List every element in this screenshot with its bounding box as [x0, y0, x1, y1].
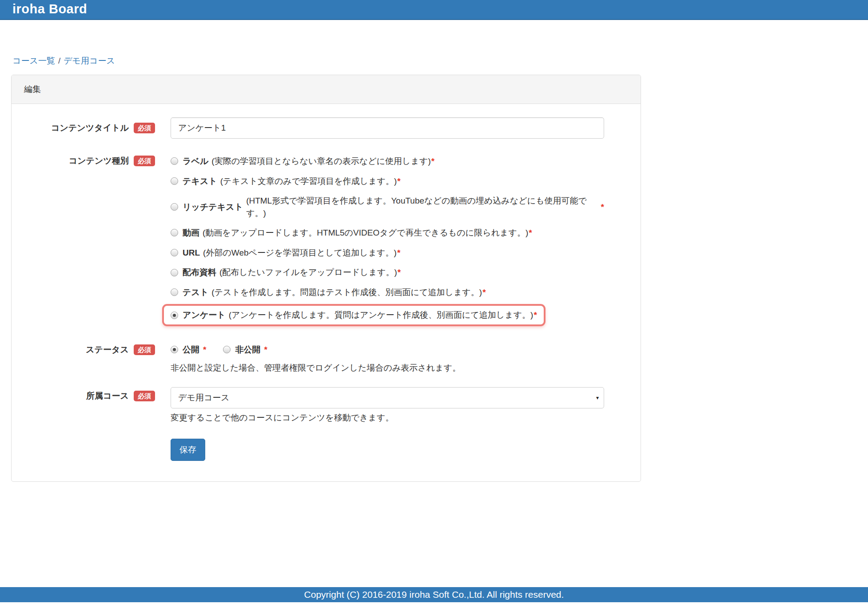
panel-title: 編集: [12, 75, 641, 104]
content-type-option-video[interactable]: 動画 (動画をアップロードします。HTML5のVIDEOタグで再生できるものに限…: [171, 224, 604, 242]
required-badge: 必須: [134, 344, 155, 355]
course-help-text: 変更することで他のコースにコンテンツを移動できます。: [171, 412, 604, 424]
footer-bar: Copyright (C) 2016-2019 iroha Soft Co.,L…: [0, 587, 868, 602]
status-option-private[interactable]: 非公開 *: [223, 344, 267, 356]
chevron-down-icon: ▾: [596, 395, 599, 401]
brand-link[interactable]: iroha Board: [12, 2, 87, 16]
radio-button[interactable]: [171, 203, 178, 211]
required-asterisk: *: [482, 286, 486, 299]
radio-button[interactable]: [223, 346, 231, 353]
radio-button[interactable]: [171, 157, 178, 165]
save-button[interactable]: 保存: [171, 439, 205, 461]
content-type-option-handout[interactable]: 配布資料 (配布したいファイルをアップロードします。) *: [171, 263, 604, 282]
content-type-option-label[interactable]: ラベル (実際の学習項目とならない章名の表示などに使用します) *: [171, 152, 604, 171]
required-asterisk: *: [398, 266, 401, 279]
required-asterisk: *: [397, 175, 400, 188]
content-type-option-richtext[interactable]: リッチテキスト (HTML形式で学習項目を作成します。YouTubeなどの動画の…: [171, 192, 604, 222]
content-title-label: コンテンツタイトル: [51, 122, 129, 134]
status-row: ステータス 必須 公開 * 非公開 * 非公開と設定した場合、管理者: [24, 341, 628, 374]
radio-button[interactable]: [171, 346, 178, 353]
edit-panel: 編集 コンテンツタイトル 必須 コンテンツ種別 必須 ラベル: [11, 75, 641, 482]
content-type-label: コンテンツ種別: [69, 155, 129, 167]
course-label: 所属コース: [86, 390, 129, 402]
status-label-col: ステータス 必須: [24, 341, 155, 356]
required-asterisk: *: [397, 247, 400, 259]
radio-button[interactable]: [171, 229, 178, 236]
radio-button[interactable]: [171, 269, 178, 276]
required-asterisk: *: [601, 201, 604, 213]
copyright-text: Copyright (C) 2016-2019 iroha Soft Co.,L…: [304, 589, 564, 600]
status-option-public[interactable]: 公開 *: [171, 344, 206, 356]
content-title-label-col: コンテンツタイトル 必須: [24, 122, 155, 134]
content-type-row: コンテンツ種別 必須 ラベル (実際の学習項目とならない章名の表示などに使用しま…: [24, 152, 628, 328]
required-badge: 必須: [134, 391, 155, 401]
required-asterisk: *: [431, 155, 434, 168]
breadcrumb-separator: /: [58, 56, 60, 65]
content-type-option-url[interactable]: URL (外部のWebページを学習項目として追加します。) *: [171, 244, 604, 262]
top-navbar: iroha Board: [0, 0, 868, 20]
breadcrumb-current-link[interactable]: デモ用コース: [64, 56, 115, 65]
course-row: 所属コース 必須 デモ用コース ▾ 変更することで他のコースにコンテンツを移動で…: [24, 387, 628, 424]
radio-button[interactable]: [171, 249, 178, 256]
radio-button[interactable]: [171, 288, 178, 296]
radio-button[interactable]: [171, 177, 178, 185]
course-select-value: デモ用コース: [178, 392, 230, 404]
status-options: 公開 * 非公開 *: [171, 341, 604, 359]
course-select[interactable]: デモ用コース ▾: [171, 387, 604, 408]
content-type-option-survey[interactable]: アンケート (アンケートを作成します。質問はアンケート作成後、別画面にて追加しま…: [171, 303, 604, 326]
status-help-text: 非公開と設定した場合、管理者権限でログインした場合のみ表示されます。: [171, 362, 604, 374]
breadcrumb-course-list-link[interactable]: コース一覧: [12, 56, 55, 65]
required-asterisk: *: [529, 227, 532, 239]
save-row: 保存: [24, 439, 628, 461]
breadcrumb: コース一覧/デモ用コース: [12, 55, 115, 67]
required-badge: 必須: [134, 123, 155, 133]
required-asterisk: *: [534, 309, 537, 321]
course-label-col: 所属コース 必須: [24, 387, 155, 402]
required-asterisk: *: [264, 345, 267, 355]
content-type-option-text[interactable]: テキスト (テキスト文章のみで学習項目を作成します。) *: [171, 172, 604, 191]
radio-button[interactable]: [171, 312, 178, 319]
content-title-input[interactable]: [171, 117, 604, 139]
edit-form: コンテンツタイトル 必須 コンテンツ種別 必須 ラベル (実際の学習項目とならな…: [12, 104, 641, 481]
content-type-option-test[interactable]: テスト (テストを作成します。問題はテスト作成後、別画面にて追加します。) *: [171, 283, 604, 302]
content-type-label-col: コンテンツ種別 必須: [24, 152, 155, 167]
content-title-row: コンテンツタイトル 必須: [24, 117, 628, 139]
required-asterisk: *: [203, 345, 206, 355]
status-label: ステータス: [86, 344, 129, 356]
required-badge: 必須: [134, 156, 155, 166]
